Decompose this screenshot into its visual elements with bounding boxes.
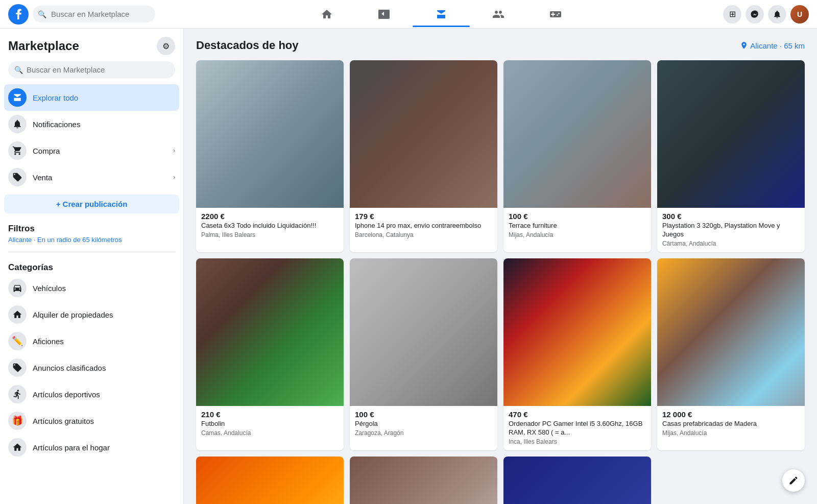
product-name-p4: Playstation 3 320gb, Playstation Move y … [662,222,800,239]
product-location-p6: Zaragoza, Aragón [355,429,492,437]
product-info-p8: 12 000 € Casas prefabricadas de Madera M… [657,406,805,442]
sidebar-item-explore-label: Explorar todo [33,93,78,102]
edit-icon [788,475,799,486]
rentals-icon [8,305,27,324]
filter-location-link[interactable]: Alicante · En un radio de 65 kilómetros [4,236,179,250]
sidebar-item-classifieds[interactable]: Anuncios clasificados [4,354,179,381]
product-card-p1[interactable]: 2200 € Caseta 6x3 Todo incluido Liquidac… [196,60,344,252]
product-price-p6: 100 € [355,410,492,419]
sidebar-search-input[interactable] [8,61,175,78]
product-location-p1: Palma, Illes Balears [201,231,339,238]
sidebar-item-compra[interactable]: Compra › [4,137,179,164]
nav-marketplace-button[interactable] [413,2,470,27]
product-image-p8 [657,258,805,406]
settings-button[interactable]: ⚙ [157,37,175,55]
sidebar-item-vehicles-label: Vehículos [33,284,66,293]
sidebar-item-explore[interactable]: Explorar todo [4,84,179,111]
notifications-icon [8,115,27,133]
product-card-p4[interactable]: 300 € Playstation 3 320gb, Playstation M… [657,60,805,252]
sidebar-item-rentals-label: Alquiler de propiedades [33,310,113,319]
nav-home-button[interactable] [298,2,355,27]
section-title: Destacados de hoy [196,39,299,52]
sidebar-item-notifications[interactable]: Notificaciones [4,111,179,137]
nav-gaming-button[interactable] [527,2,584,27]
product-price-p2: 179 € [355,212,492,221]
sidebar-divider-1 [8,252,175,252]
facebook-logo[interactable] [8,4,29,25]
product-price-p3: 100 € [509,212,646,221]
product-image-p9 [196,457,344,504]
product-location-p8: Mijas, Andalucía [662,429,800,437]
sidebar-item-classifieds-label: Anuncios clasificados [33,364,106,372]
sidebar-item-free[interactable]: 🎁 Artículos gratuitos [4,407,179,434]
product-card-p8[interactable]: 12 000 € Casas prefabricadas de Madera M… [657,258,805,450]
sidebar-title: Marketplace [8,39,79,53]
sidebar: Marketplace ⚙ 🔍 Explorar todo Notificaci… [0,29,184,504]
nav-video-button[interactable] [355,2,413,27]
product-price-p1: 2200 € [201,212,339,221]
product-card-p2[interactable]: 179 € Iphone 14 pro max, envio contraree… [350,60,497,252]
product-info-p3: 100 € Terrace furniture Mijas, Andalucía [503,208,651,244]
apps-button[interactable]: ⊞ [723,5,741,23]
product-image-p2 [350,60,497,208]
product-price-p8: 12 000 € [662,410,800,419]
product-name-p8: Casas prefabricadas de Madera [662,420,800,428]
sidebar-item-hobbies-label: Aficiones [33,337,64,346]
product-location-p5: Camas, Andalucía [201,429,339,437]
create-publication-button[interactable]: + Crear publicación [4,195,179,213]
hobbies-icon: ✏️ [8,332,27,350]
avatar[interactable]: U [790,5,809,23]
product-image-p6 [350,258,497,406]
product-card-p3[interactable]: 100 € Terrace furniture Mijas, Andalucía [503,60,651,252]
messenger-button[interactable] [746,5,764,23]
notifications-button[interactable] [768,5,786,23]
top-search-icon: 🔍 [38,10,46,18]
categories-title: Categorías [4,256,179,275]
product-image-p4 [657,60,805,208]
product-card-p10[interactable] [350,457,497,504]
product-card-p7[interactable]: 470 € Ordenador PC Gamer Intel i5 3.60Gh… [503,258,651,450]
sidebar-item-home-items[interactable]: Artículos para el hogar [4,434,179,461]
explore-icon [8,88,27,107]
top-nav-center [159,2,723,27]
product-card-p9[interactable] [196,457,344,504]
sidebar-item-rentals[interactable]: Alquiler de propiedades [4,301,179,328]
product-price-p4: 300 € [662,212,800,221]
product-card-p5[interactable]: 210 € Futbolin Camas, Andalucía [196,258,344,450]
edit-fab-button[interactable] [782,469,805,492]
product-info-p2: 179 € Iphone 14 pro max, envio contraree… [350,208,497,244]
sidebar-item-hobbies[interactable]: ✏️ Aficiones [4,328,179,354]
sidebar-item-home-items-label: Artículos para el hogar [33,443,110,452]
product-price-p7: 470 € [509,410,646,419]
product-card-p6[interactable]: 100 € Pérgola Zaragoza, Aragón [350,258,497,450]
product-info-p5: 210 € Futbolin Camas, Andalucía [196,406,344,442]
product-info-p7: 470 € Ordenador PC Gamer Intel i5 3.60Gh… [503,406,651,450]
product-card-p11[interactable] [503,457,651,504]
home-items-icon [8,438,27,457]
product-image-p11 [503,457,651,504]
top-nav-right: ⊞ U [723,5,809,23]
filters-title: Filtros [4,218,179,236]
sidebar-item-free-label: Artículos gratuitos [33,417,94,425]
product-name-p2: Iphone 14 pro max, envio contrareembolso [355,222,492,230]
product-info-p1: 2200 € Caseta 6x3 Todo incluido Liquidac… [196,208,344,244]
product-image-p5 [196,258,344,406]
product-name-p6: Pérgola [355,420,492,428]
sidebar-item-compra-label: Compra [33,147,60,155]
location-badge[interactable]: Alicante · 65 km [740,41,805,50]
top-search-input[interactable] [33,6,155,22]
sidebar-search-icon: 🔍 [14,66,23,74]
sidebar-search-wrap: 🔍 [8,61,175,78]
sidebar-item-sports[interactable]: Artículos deportivos [4,381,179,407]
free-icon: 🎁 [8,412,27,430]
nav-groups-button[interactable] [470,2,527,27]
venta-icon [8,168,27,186]
product-location-p4: Cártama, Andalucía [662,240,800,247]
sidebar-item-vehicles[interactable]: Vehículos [4,275,179,301]
sidebar-item-venta[interactable]: Venta › [4,164,179,190]
vehicles-icon [8,279,27,297]
compra-icon [8,141,27,160]
venta-chevron-icon: › [173,174,175,181]
product-name-p5: Futbolin [201,420,339,428]
sports-icon [8,385,27,403]
